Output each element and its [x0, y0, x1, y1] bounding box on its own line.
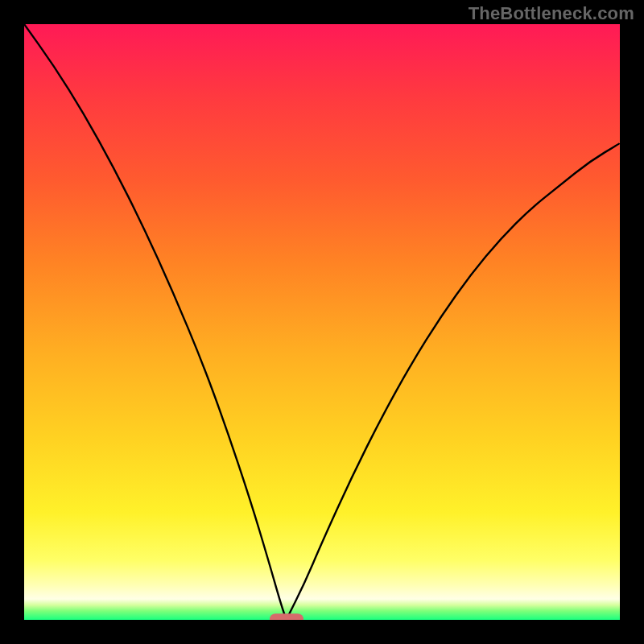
plot-area [24, 24, 620, 620]
left-curve [24, 24, 287, 620]
optimal-marker [270, 613, 303, 620]
chart-frame: TheBottleneck.com [0, 0, 644, 644]
right-curve [287, 143, 620, 620]
watermark-text: TheBottleneck.com [469, 3, 634, 24]
curves-layer [24, 24, 620, 620]
